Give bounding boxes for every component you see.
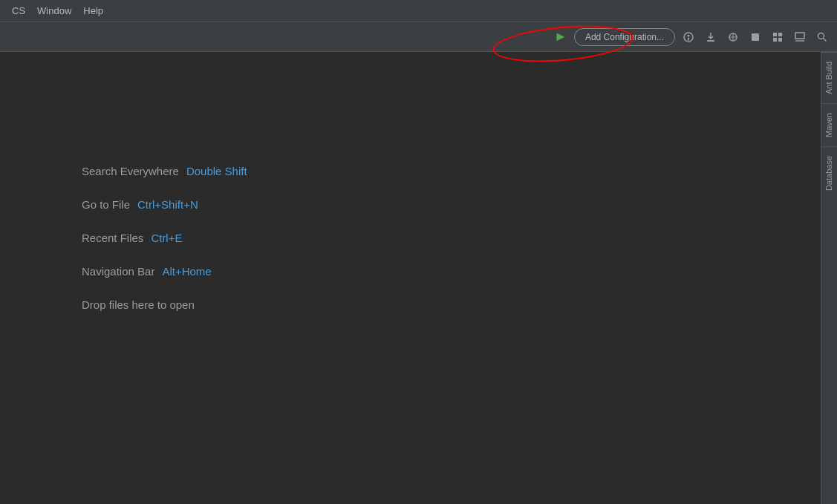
svg-rect-11 bbox=[778, 38, 782, 42]
svg-rect-10 bbox=[773, 38, 777, 42]
search-icon[interactable] bbox=[813, 28, 831, 46]
build-icon-svg bbox=[772, 31, 784, 43]
search-everywhere-shortcut: Double Shift bbox=[186, 165, 247, 177]
build-icon[interactable] bbox=[769, 28, 786, 46]
svg-rect-8 bbox=[773, 33, 777, 36]
debug-icon[interactable] bbox=[680, 28, 697, 46]
debug-icon-svg bbox=[683, 31, 694, 43]
drop-files-row: Drop files here to open bbox=[82, 298, 821, 311]
menu-item-cs[interactable]: CS bbox=[6, 2, 31, 19]
svg-point-14 bbox=[818, 33, 824, 39]
stop-icon-svg bbox=[749, 31, 761, 43]
layout-icon-svg bbox=[794, 31, 806, 43]
right-panel: Ant Build Maven Database bbox=[821, 52, 837, 504]
goto-file-label: Go to File bbox=[82, 198, 130, 211]
svg-rect-12 bbox=[795, 33, 804, 39]
search-everywhere-row: Search Everywhere Double Shift bbox=[82, 165, 821, 177]
navigation-bar-row: Navigation Bar Alt+Home bbox=[82, 265, 821, 278]
main-content: Search Everywhere Double Shift Go to Fil… bbox=[0, 52, 821, 504]
add-configuration-button[interactable]: Add Configuration... bbox=[574, 28, 675, 46]
attach-icon[interactable] bbox=[702, 28, 720, 46]
drop-files-label: Drop files here to open bbox=[82, 298, 195, 311]
navigation-bar-shortcut: Alt+Home bbox=[162, 265, 211, 278]
menu-item-help[interactable]: Help bbox=[77, 2, 109, 19]
search-everywhere-label: Search Everywhere bbox=[82, 165, 179, 177]
svg-point-1 bbox=[688, 34, 690, 36]
profile-icon-svg bbox=[727, 31, 739, 43]
svg-rect-2 bbox=[688, 37, 689, 40]
ant-build-tab[interactable]: Ant Build bbox=[821, 52, 837, 103]
search-icon-svg bbox=[816, 31, 828, 43]
layout-icon[interactable] bbox=[791, 28, 809, 46]
svg-line-15 bbox=[824, 38, 827, 41]
menu-item-window[interactable]: Window bbox=[31, 2, 77, 19]
attach-icon-svg bbox=[705, 31, 717, 43]
menu-bar: CS Window Help bbox=[0, 0, 837, 22]
run-icon[interactable]: ► bbox=[552, 28, 570, 46]
svg-rect-9 bbox=[778, 33, 782, 36]
svg-rect-7 bbox=[752, 33, 759, 41]
navigation-bar-label: Navigation Bar bbox=[82, 265, 154, 278]
recent-files-label: Recent Files bbox=[82, 232, 143, 244]
database-tab[interactable]: Database bbox=[821, 146, 837, 200]
profile-icon[interactable] bbox=[724, 28, 742, 46]
recent-files-shortcut: Ctrl+E bbox=[151, 232, 182, 244]
toolbar: ► Add Configuration... bbox=[0, 22, 837, 52]
goto-file-row: Go to File Ctrl+Shift+N bbox=[82, 198, 821, 211]
svg-rect-3 bbox=[707, 40, 714, 42]
maven-tab[interactable]: Maven bbox=[821, 103, 837, 146]
stop-icon[interactable] bbox=[746, 28, 764, 46]
recent-files-row: Recent Files Ctrl+E bbox=[82, 232, 821, 244]
goto-file-shortcut: Ctrl+Shift+N bbox=[137, 198, 198, 211]
